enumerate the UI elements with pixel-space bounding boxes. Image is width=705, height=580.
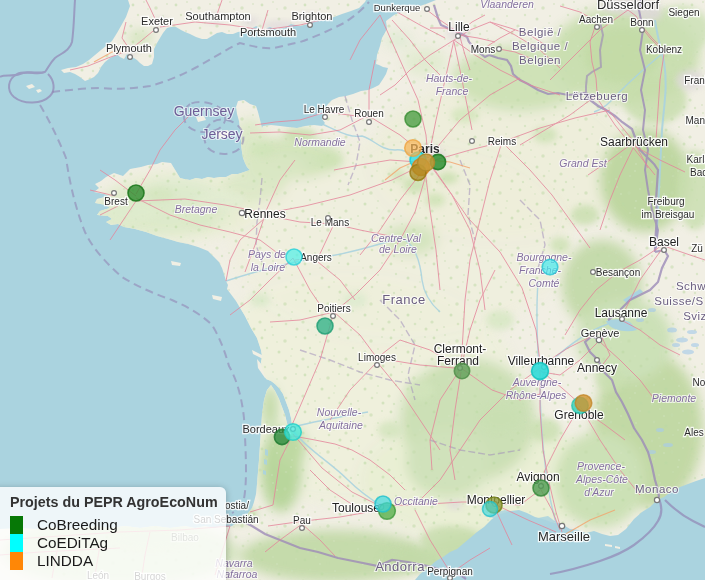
svg-text:België /: België / xyxy=(519,26,562,38)
svg-text:Besançon: Besançon xyxy=(596,267,640,278)
svg-text:Pays de: Pays de xyxy=(248,248,286,260)
svg-text:Nouvelle-: Nouvelle- xyxy=(317,406,362,418)
svg-text:Le Havre: Le Havre xyxy=(304,104,345,115)
svg-text:Lëtzebuerg: Lëtzebuerg xyxy=(566,90,629,102)
svg-text:Piemonte: Piemonte xyxy=(652,392,697,404)
svg-text:Rouen: Rouen xyxy=(354,108,383,119)
svg-text:Provence-: Provence- xyxy=(577,460,625,472)
svg-text:Normandie: Normandie xyxy=(294,136,346,148)
svg-text:Sviz: Sviz xyxy=(683,310,705,322)
svg-text:Schw: Schw xyxy=(676,280,705,292)
svg-text:Frank: Frank xyxy=(684,75,705,86)
svg-text:Dunkerque: Dunkerque xyxy=(374,2,420,13)
svg-text:Limoges: Limoges xyxy=(358,352,396,363)
svg-text:Lille: Lille xyxy=(448,20,470,34)
svg-text:Düsseldorf: Düsseldorf xyxy=(597,0,660,12)
svg-text:Belgique /: Belgique / xyxy=(512,40,568,52)
svg-text:Vlaanderen: Vlaanderen xyxy=(480,0,534,10)
svg-text:Jersey: Jersey xyxy=(201,126,242,142)
svg-text:Aachen: Aachen xyxy=(579,14,613,25)
svg-text:Plymouth: Plymouth xyxy=(106,42,152,54)
svg-text:Brest: Brest xyxy=(104,196,128,207)
svg-text:Saarbrücken: Saarbrücken xyxy=(600,135,668,149)
svg-text:Bonn: Bonn xyxy=(630,17,653,28)
svg-text:d'Azur: d'Azur xyxy=(584,486,614,498)
svg-text:Annecy: Annecy xyxy=(577,361,617,375)
svg-text:Mann: Mann xyxy=(685,115,705,126)
svg-text:Poitiers: Poitiers xyxy=(317,303,350,314)
svg-text:Ales: Ales xyxy=(684,427,703,438)
svg-text:Andorra: Andorra xyxy=(375,559,425,574)
svg-text:Aquitaine: Aquitaine xyxy=(318,419,363,431)
svg-text:Reims: Reims xyxy=(488,136,516,147)
svg-text:Portsmouth: Portsmouth xyxy=(240,26,296,38)
svg-text:Hauts-de-: Hauts-de- xyxy=(426,72,473,84)
svg-text:Koblenz: Koblenz xyxy=(646,44,682,55)
svg-text:Brighton: Brighton xyxy=(292,10,333,22)
svg-text:Siegen: Siegen xyxy=(668,7,699,18)
svg-text:Guernsey: Guernsey xyxy=(174,103,235,119)
svg-text:Alpes-Côte: Alpes-Côte xyxy=(575,473,628,485)
svg-text:Mons: Mons xyxy=(471,44,495,55)
svg-text:Karls: Karls xyxy=(687,154,705,165)
svg-text:Rennes: Rennes xyxy=(244,207,285,221)
svg-text:Belgien: Belgien xyxy=(519,54,561,66)
svg-text:Zü: Zü xyxy=(691,243,703,254)
svg-text:Freiburg: Freiburg xyxy=(647,196,684,207)
svg-text:Grand Est: Grand Est xyxy=(559,157,607,169)
svg-text:Toulouse: Toulouse xyxy=(332,501,380,515)
svg-text:im Breisgau: im Breisgau xyxy=(642,209,695,220)
svg-text:No: No xyxy=(693,377,705,388)
svg-text:Exeter: Exeter xyxy=(141,15,173,27)
svg-text:ostia/: ostia/ xyxy=(225,500,249,511)
svg-text:France: France xyxy=(382,292,425,307)
svg-text:Basel: Basel xyxy=(649,235,679,249)
svg-text:Comté: Comté xyxy=(529,277,560,289)
svg-text:Pau: Pau xyxy=(293,515,311,526)
svg-text:Southampton: Southampton xyxy=(185,10,250,22)
svg-text:Suisse/S: Suisse/S xyxy=(654,295,703,307)
svg-text:Rhône-Alpes: Rhône-Alpes xyxy=(506,389,567,401)
svg-text:de Loire: de Loire xyxy=(379,243,417,255)
svg-text:Angers: Angers xyxy=(300,252,332,263)
svg-text:Bretagne: Bretagne xyxy=(175,203,218,215)
svg-text:Monaco: Monaco xyxy=(635,483,679,495)
svg-text:France: France xyxy=(436,85,469,97)
svg-text:Bad: Bad xyxy=(690,167,705,178)
svg-text:Marseille: Marseille xyxy=(538,529,590,544)
svg-text:la Loire: la Loire xyxy=(251,261,286,273)
svg-text:Occitanie: Occitanie xyxy=(394,495,438,507)
